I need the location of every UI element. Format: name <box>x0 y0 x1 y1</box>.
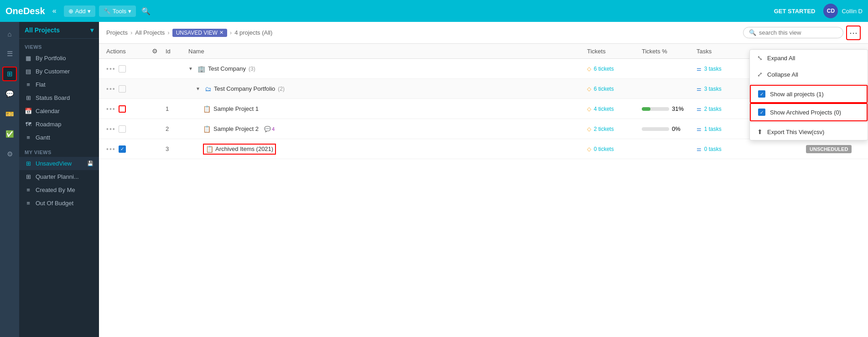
row-dots[interactable]: ••• <box>106 105 116 113</box>
search-icon: 🔍 <box>749 29 756 36</box>
task-link[interactable]: 0 tasks <box>704 146 722 152</box>
ticket-link[interactable]: 2 tickets <box>594 126 614 132</box>
row-dots[interactable]: ••• <box>106 65 116 73</box>
unsaved-view-close-icon[interactable]: ✕ <box>219 30 223 36</box>
row-name: 📋 Archived Items (2021) <box>203 144 587 155</box>
col-settings[interactable]: ⚙ <box>152 47 166 55</box>
breadcrumb-projects[interactable]: Projects <box>106 29 128 36</box>
row-count: (2) <box>278 86 285 92</box>
ticket-icon: ◇ <box>587 66 591 72</box>
row-actions: ••• ✓ <box>106 145 152 153</box>
rail-icon-list[interactable]: ☰ <box>2 47 17 61</box>
tickets-progress-bar <box>642 107 669 111</box>
add-icon: ⊕ <box>68 8 73 15</box>
row-id: 1 <box>166 105 188 112</box>
ticket-icon: ◇ <box>587 126 591 132</box>
app-logo: OneDesk <box>5 6 45 16</box>
row-name-text: Archived Items (2021) <box>215 145 273 152</box>
export-csv-item[interactable]: ⬆ Export This View(csv) <box>750 124 868 140</box>
ticket-link[interactable]: 0 tickets <box>594 146 614 152</box>
rail-icon-task[interactable]: ✅ <box>2 127 17 141</box>
header-chevron-icon[interactable]: ▾ <box>90 26 94 34</box>
get-started-button[interactable]: GET STARTED <box>769 5 820 17</box>
breadcrumb-sep-1: › <box>130 29 132 36</box>
task-icon: ⚌ <box>696 66 702 72</box>
row-name-text: Test Company Portfolio <box>214 85 275 92</box>
top-navigation: OneDesk « ⊕ Add ▾ 🔧 Tools ▾ 🔍 GET STARTE… <box>0 0 868 22</box>
breadcrumb-bar: Projects › All Projects › UNSAVED VIEW ✕… <box>99 22 868 44</box>
row-checkbox[interactable] <box>119 85 126 93</box>
sidebar-item-out-of-budget[interactable]: ≡ Out Of Budget <box>19 197 99 210</box>
rail-icon-grid[interactable]: ⊞ <box>2 67 17 81</box>
roadmap-icon: 🗺 <box>25 121 32 128</box>
breadcrumb-sep-2: › <box>167 29 169 36</box>
sidebar-item-by-portfolio[interactable]: ▦ By Portfolio <box>19 52 99 65</box>
rail-icon-home[interactable]: ⌂ <box>2 26 17 41</box>
row-checkbox[interactable]: ✓ <box>119 145 126 153</box>
global-search-icon[interactable]: 🔍 <box>141 7 151 16</box>
expand-arrow-icon[interactable]: ▼ <box>188 66 193 71</box>
row-checkbox[interactable] <box>119 65 126 73</box>
sidebar-item-created-by-me[interactable]: ≡ Created By Me <box>19 183 99 197</box>
tickets-progress-fill <box>642 107 650 111</box>
task-link[interactable]: 3 tasks <box>704 86 722 92</box>
expand-all-item[interactable]: ⤡ Expand All <box>750 50 868 66</box>
add-button[interactable]: ⊕ Add ▾ <box>64 5 95 17</box>
collapse-button[interactable]: « <box>52 7 57 15</box>
ticket-link[interactable]: 6 tickets <box>594 86 614 92</box>
sidebar-item-flat[interactable]: ≡ Flat <box>19 78 99 91</box>
show-all-projects-item[interactable]: ✓ Show all projects (1) <box>750 85 868 103</box>
row-actions: ••• <box>106 65 152 73</box>
rail-icon-ticket[interactable]: 🎫 <box>2 107 17 121</box>
row-checkbox[interactable] <box>119 105 126 113</box>
views-section-label: VIEWS <box>19 39 99 52</box>
expand-all-icon: ⤡ <box>757 54 763 62</box>
ticket-icon: ◇ <box>587 86 591 92</box>
tools-chevron-icon: ▾ <box>128 8 131 15</box>
tools-button[interactable]: 🔧 Tools ▾ <box>99 5 136 17</box>
gear-icon[interactable]: ⚙ <box>152 47 158 55</box>
created-by-me-icon: ≡ <box>25 187 32 193</box>
ticket-link[interactable]: 4 tickets <box>594 106 614 112</box>
sidebar-item-gantt[interactable]: ≡ Gantt <box>19 131 99 144</box>
avatar: CD <box>823 4 838 18</box>
status-badge: UNSCHEDULED <box>806 145 852 153</box>
rail-icon-message[interactable]: 💬 <box>2 87 17 101</box>
task-link[interactable]: 3 tasks <box>704 66 722 72</box>
tickets-pct-text: 0% <box>672 125 681 132</box>
show-archived-checkbox[interactable]: ✓ <box>758 109 765 116</box>
row-name-text: Sample Project 1 <box>213 105 259 112</box>
task-link[interactable]: 2 tasks <box>704 106 722 112</box>
expand-arrow-icon[interactable]: ▼ <box>196 86 200 91</box>
status-board-icon: ⊞ <box>25 94 32 101</box>
row-checkbox[interactable] <box>119 125 126 133</box>
breadcrumb-unsaved-view[interactable]: UNSAVED VIEW ✕ <box>172 29 227 37</box>
sidebar-item-unsaved-view[interactable]: ⊞ UnsavedView 💾 <box>19 157 99 170</box>
tickets-progress-bar <box>642 127 669 131</box>
row-name-text: Test Company <box>208 65 246 72</box>
ticket-icon: ◇ <box>587 106 591 112</box>
show-all-projects-checkbox[interactable]: ✓ <box>758 90 765 98</box>
ticket-link[interactable]: 6 tickets <box>594 66 614 72</box>
rail-icon-settings[interactable]: ⚙ <box>2 147 17 161</box>
sidebar-item-status-board[interactable]: ⊞ Status Board <box>19 91 99 104</box>
table-row: ••• ✓ 3 📋 Archived Items (2021) ◇ 0 tick… <box>99 139 868 159</box>
user-name: Collin D <box>842 8 863 15</box>
search-input[interactable] <box>759 29 832 36</box>
sidebar-item-roadmap[interactable]: 🗺 Roadmap <box>19 118 99 131</box>
portfolio-icon: 🗂 <box>205 85 211 93</box>
sidebar-item-calendar[interactable]: 📅 Calendar <box>19 104 99 118</box>
row-dots[interactable]: ••• <box>106 145 116 153</box>
show-archived-item[interactable]: ✓ Show Archived Projects (0) <box>750 103 868 121</box>
row-dots[interactable]: ••• <box>106 85 116 93</box>
project-icon: 📋 <box>203 125 211 133</box>
row-dots[interactable]: ••• <box>106 125 116 133</box>
collapse-all-item[interactable]: ⤢ Collapse All <box>750 66 868 83</box>
breadcrumb-all-projects[interactable]: All Projects <box>135 29 165 36</box>
task-link[interactable]: 1 tasks <box>704 126 722 132</box>
more-options-button[interactable]: ⋯ <box>846 26 861 40</box>
sidebar-item-quarter-planning[interactable]: ⊞ Quarter Planni... <box>19 170 99 183</box>
row-tasks: ⚌ 0 tasks <box>696 145 751 152</box>
sidebar-item-by-customer[interactable]: ▤ By Customer <box>19 65 99 78</box>
icon-rail: ⌂ ☰ ⊞ 💬 🎫 ✅ ⚙ <box>0 22 19 337</box>
